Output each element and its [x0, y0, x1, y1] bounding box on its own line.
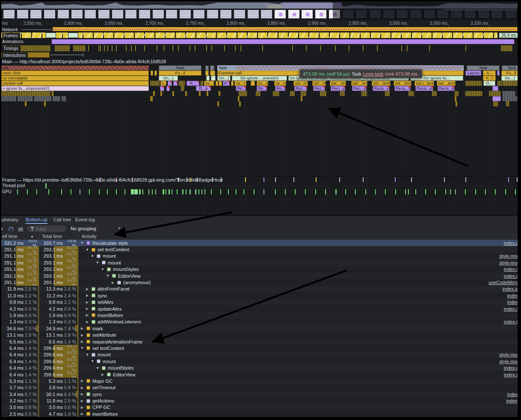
flame-segment[interactable]: [160, 86, 164, 91]
flame-segment[interactable]: se...t: [204, 81, 214, 86]
filter-input-pill[interactable]: [27, 226, 66, 232]
flame-segment[interactable]: R...e: [196, 86, 211, 91]
flame-segment[interactable]: R...: [223, 81, 230, 86]
flame-segment[interactable]: ask: [1, 65, 149, 70]
flame-segment[interactable]: [340, 91, 345, 96]
flame-segment[interactable]: O...: [483, 81, 495, 86]
flame-segment[interactable]: set ...tent: [437, 81, 456, 86]
flame-segment[interactable]: [219, 91, 220, 96]
caret-collapsed-icon[interactable]: ▶: [85, 294, 89, 297]
flame-segment[interactable]: [166, 86, 170, 91]
flame-segment[interactable]: [150, 81, 160, 86]
flame-segment[interactable]: unction call: [1, 81, 149, 86]
column-self-time[interactable]: elf time: [2, 234, 17, 239]
flame-segment[interactable]: se...t: [234, 81, 246, 86]
caret-collapsed-icon[interactable]: ▶: [80, 340, 84, 344]
animations-bar[interactable]: [52, 39, 514, 44]
tab-call-tree[interactable]: Call tree: [53, 217, 71, 222]
flame-segment[interactable]: [219, 81, 222, 86]
caret-collapsed-icon[interactable]: ▶: [111, 281, 115, 285]
table-row[interactable]: 6.4 ms1.4 %299.6 ms63.3 %▼set textConten…: [1, 345, 518, 351]
column-divider[interactable]: [78, 233, 79, 240]
flame-segment[interactable]: [385, 91, 390, 96]
screenshot-thumbnail[interactable]: [44, 9, 56, 19]
screenshot-thumbnail[interactable]: [3, 9, 15, 19]
source-link[interactable]: index.js: [504, 241, 518, 246]
table-row[interactable]: 5.3 ms1.1 %5.3 ms1.1 %▶Major GC: [1, 378, 518, 384]
flame-segment[interactable]: [25, 101, 27, 106]
flame-segment[interactable]: [201, 81, 203, 86]
flame-segment[interactable]: [150, 96, 153, 101]
flame-segment[interactable]: [497, 81, 502, 86]
table-row[interactable]: 291.1 ms61.6 %293.1 ms62.0 %▶(anonymous)…: [1, 279, 518, 285]
flame-segment[interactable]: s..t: [160, 81, 166, 86]
good-frame-segment[interactable]: [68, 32, 78, 38]
column-activity[interactable]: Activity: [82, 234, 97, 239]
tab-ummary[interactable]: ummary: [1, 217, 18, 222]
main-thread-header[interactable]: Main — http://localhost:3000/projects/bd…: [1, 59, 518, 65]
table-row[interactable]: 1.9 ms0.4 %1.9 ms0.4 %▶insertBefore: [1, 312, 518, 318]
caret-expanded-icon[interactable]: ▼: [90, 254, 95, 258]
screenshot-thumbnail[interactable]: [139, 9, 151, 19]
screenshot-thumbnail[interactable]: [220, 9, 232, 19]
caret-expanded-icon[interactable]: ▼: [85, 248, 89, 252]
flame-segment[interactable]: [18, 96, 33, 101]
caret-collapsed-icon[interactable]: ▶: [80, 333, 84, 337]
screenshot-thumbnail[interactable]: [112, 9, 124, 19]
flame-segment[interactable]: On...): [501, 76, 518, 81]
flame-segment[interactable]: [207, 91, 208, 96]
flame-segment[interactable]: [456, 101, 457, 106]
table-row[interactable]: 331.2 ms70.0 %333.7 ms70.6 %▼Recalculate…: [1, 240, 518, 246]
source-link[interactable]: index.j: [506, 398, 518, 403]
flame-segment[interactable]: [168, 81, 172, 86]
flame-segment[interactable]: [301, 96, 302, 101]
caret-expanded-icon[interactable]: ▼: [80, 241, 84, 245]
caret-collapsed-icon[interactable]: ▶: [80, 392, 84, 396]
flame-segment[interactable]: [211, 76, 216, 81]
table-row[interactable]: 6.4 ms1.4 %299.6 ms63.3 %▼mountstyle-mod: [1, 352, 518, 358]
tab-bottom-up[interactable]: Bottom-up: [26, 217, 47, 222]
grouping-select[interactable]: No grouping: [71, 226, 96, 231]
flame-segment[interactable]: n ignore lis...omponents\/): [1, 86, 149, 91]
flame-segment[interactable]: set ...tent: [394, 81, 411, 86]
source-link[interactable]: style-mod: [499, 359, 518, 364]
caret-collapsed-icon[interactable]: ▶: [101, 373, 105, 376]
match-case-button[interactable]: a: [1, 226, 3, 231]
tab-event-log[interactable]: Event log: [75, 217, 95, 222]
filter-input[interactable]: [36, 226, 62, 232]
screenshot-thumbnail[interactable]: [71, 9, 83, 19]
table-row[interactable]: 3.2 ms0.7 %11.8 ms2.5 %▶getActionsindex.…: [1, 397, 518, 404]
table-row[interactable]: 291.1 ms61.6 %293.1 ms62.0 %▼set textCon…: [1, 246, 518, 253]
flame-segment[interactable]: [497, 70, 500, 76]
screenshot-thumbnail[interactable]: [288, 9, 300, 19]
flame-segment[interactable]: On...): [159, 76, 178, 81]
flame-segment[interactable]: [493, 101, 498, 106]
source-link[interactable]: style-mod: [499, 352, 518, 357]
screenshot-thumbnail[interactable]: [207, 9, 219, 19]
flame-segment[interactable]: Fu...ll: [501, 70, 518, 76]
good-frame-segment[interactable]: [46, 32, 56, 38]
screenshot-thumbnail[interactable]: [125, 9, 137, 19]
flame-segment[interactable]: [320, 91, 326, 96]
network-requests-bar[interactable]: [53, 27, 518, 31]
table-row[interactable]: 6.5 ms1.4 %6.5 ms1.4 %▶requestAnimationF…: [1, 338, 518, 345]
caret-collapsed-icon[interactable]: ▶: [80, 326, 84, 330]
flame-segment[interactable]: F...l: [483, 76, 496, 81]
screenshot-thumbnail[interactable]: [260, 9, 272, 19]
flame-segment[interactable]: [1, 91, 50, 96]
flame-segment[interactable]: [217, 101, 219, 106]
source-link[interactable]: index.js: [504, 267, 518, 272]
flame-segment[interactable]: [455, 91, 459, 96]
table-row[interactable]: 3.0 ms0.6 %3.0 ms0.6 %▶CPP GC: [1, 404, 518, 411]
flame-segment[interactable]: un microtasks: [1, 76, 149, 81]
source-link[interactable]: index.js: [504, 273, 518, 279]
flame-segment[interactable]: [52, 91, 53, 96]
screenshot-thumbnail[interactable]: [84, 9, 96, 19]
flame-segment[interactable]: [206, 76, 210, 81]
flame-segment[interactable]: [181, 86, 184, 91]
flame-segment[interactable]: [361, 91, 367, 96]
screenshot-thumbnail[interactable]: [301, 9, 313, 19]
caret-expanded-icon[interactable]: ▼: [80, 346, 84, 350]
source-link[interactable]: index.: [507, 392, 518, 397]
flame-segment[interactable]: set t...tent: [414, 81, 434, 86]
